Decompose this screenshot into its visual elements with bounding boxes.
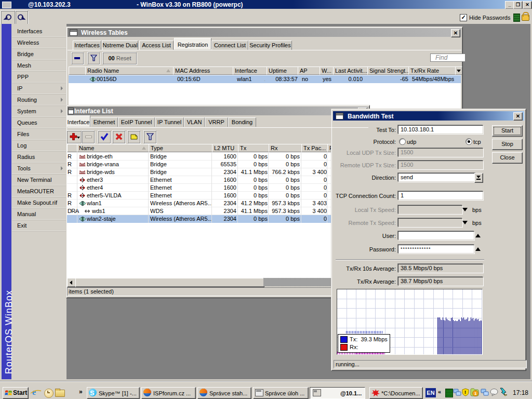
svg-text:!: !	[464, 390, 466, 395]
svg-text:1: 1	[474, 391, 477, 396]
